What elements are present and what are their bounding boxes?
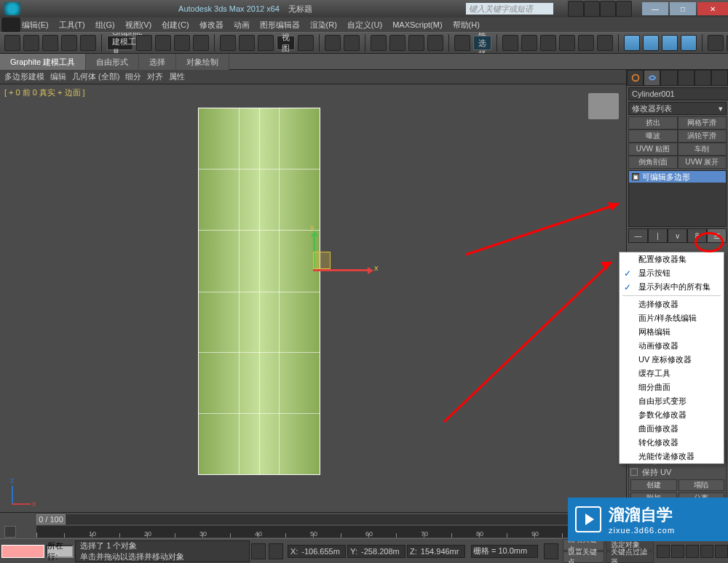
menu-surface[interactable]: 曲面修改器 [620, 422, 724, 436]
schematic-icon[interactable] [597, 35, 613, 51]
ribbon-tab-graphite[interactable]: Graphite 建模工具 [0, 54, 86, 70]
percent-snap-icon[interactable] [408, 35, 424, 51]
lock-icon[interactable] [251, 543, 266, 559]
menu-animation[interactable]: 动画 [234, 20, 250, 31]
btn-collapse[interactable]: 塌陷 [678, 479, 725, 491]
subtab-geometry[interactable]: 几何体 (全部) [72, 71, 119, 82]
menu-customize[interactable]: 自定义(U) [347, 20, 382, 31]
align-icon[interactable] [521, 35, 537, 51]
modifier-stack[interactable]: ▣可编辑多边形 [628, 170, 727, 227]
menu-edit[interactable]: 编辑(E) [22, 20, 49, 31]
manipulate-icon[interactable] [325, 35, 341, 51]
curve-editor-icon[interactable] [578, 35, 594, 51]
modify-tab-icon[interactable] [644, 70, 660, 86]
modifier-btn-wave[interactable]: 曝波 [628, 129, 678, 143]
menu-group[interactable]: 组(G) [95, 20, 115, 31]
timeline-start-icon[interactable] [4, 526, 16, 538]
set-key-button[interactable]: 设置关键点 [563, 551, 604, 563]
subtab-subdivide[interactable]: 细分 [125, 71, 141, 82]
star-icon[interactable] [600, 1, 616, 17]
layers-icon[interactable] [540, 35, 556, 51]
info-icon[interactable] [584, 1, 600, 17]
stack-configure-icon[interactable]: ☰ [707, 228, 727, 243]
menu-modifiers[interactable]: 修改器 [199, 20, 223, 31]
menu-maxscript[interactable]: MAXScript(M) [392, 20, 442, 29]
move-icon[interactable] [220, 35, 236, 51]
frame-ruler[interactable]: 0102030405060708090100 [36, 526, 590, 538]
help-icon[interactable] [568, 1, 584, 17]
scale-icon[interactable] [258, 35, 274, 51]
subtab-poly-model[interactable]: 多边形建模 [4, 71, 44, 82]
object-name-input[interactable] [628, 87, 728, 100]
ribbon-tab-freeform[interactable]: 自由形式 [86, 54, 139, 70]
prev-frame-icon[interactable] [671, 545, 684, 558]
coord-z-input[interactable]: 154.946mr [419, 547, 464, 556]
menu-patch-spline[interactable]: 面片/样条线编辑 [620, 311, 724, 325]
menu-configure-sets[interactable]: 配置修改器集 [620, 252, 724, 266]
subtab-align[interactable]: 对齐 [147, 71, 163, 82]
region-select-icon[interactable] [174, 35, 190, 51]
spinner-snap-icon[interactable] [427, 35, 443, 51]
ribbon-tab-select[interactable]: 选择 [139, 54, 176, 70]
utilities-tab-icon[interactable] [711, 70, 728, 86]
selected-object[interactable] [198, 108, 320, 475]
app-icon[interactable] [4, 2, 20, 15]
modifier-btn-turbosmooth[interactable]: 涡轮平滑 [678, 129, 727, 143]
next-frame-icon[interactable] [700, 545, 713, 558]
app-menu-icon[interactable] [1, 17, 20, 32]
named-selection-dropdown[interactable]: 创建选择集 [473, 36, 491, 50]
menu-help[interactable]: 帮助(H) [453, 20, 480, 31]
menu-tools[interactable]: 工具(T) [59, 20, 85, 31]
stack-pin-icon[interactable]: — [628, 228, 648, 243]
close-button[interactable]: ✕ [697, 2, 728, 15]
subtab-edit[interactable]: 编辑 [50, 71, 66, 82]
pivot-icon[interactable] [298, 35, 314, 51]
help-search-input[interactable]: 键入关键字或短语 [466, 3, 553, 15]
menu-create[interactable]: 创建(C) [162, 20, 189, 31]
ref-coord-dropdown[interactable]: 视图 [277, 36, 295, 50]
check-preserve-uv[interactable] [630, 468, 638, 476]
menu-mesh-editing[interactable]: 网格编辑 [620, 325, 724, 339]
menu-ffd[interactable]: 自由形式变形 [620, 394, 724, 408]
frame-slider[interactable]: 0 / 100 [36, 514, 590, 524]
menu-uv-modifiers[interactable]: UV 座标修改器 [620, 353, 724, 367]
angle-snap-icon[interactable] [389, 35, 405, 51]
hierarchy-tab-icon[interactable] [660, 70, 677, 86]
viewport-label[interactable]: [ + 0 前 0 真实 + 边面 ] [4, 87, 85, 98]
help2-icon[interactable] [616, 1, 632, 17]
modifier-btn-uvwunwrap[interactable]: UVW 展开 [678, 156, 727, 169]
stack-item-editable-poly[interactable]: ▣可编辑多边形 [629, 171, 726, 183]
motion-tab-icon[interactable] [678, 70, 695, 86]
viewcube[interactable] [588, 93, 619, 119]
script-listener-input[interactable] [1, 545, 44, 558]
menu-parametric[interactable]: 参数化修改器 [620, 408, 724, 422]
render-setup-icon[interactable] [643, 35, 659, 51]
modifier-list-dropdown[interactable]: 修改器列表▾ [628, 102, 727, 115]
unlink-icon[interactable] [61, 35, 77, 51]
isolate-icon[interactable] [269, 543, 283, 559]
render-frame-icon[interactable] [662, 35, 678, 51]
subtab-properties[interactable]: 属性 [169, 71, 185, 82]
menu-show-buttons[interactable]: ✓显示按钮 [620, 266, 724, 280]
modifier-btn-bevel[interactable]: 倒角剖面 [628, 156, 678, 169]
nsel-icon[interactable] [454, 35, 470, 51]
redo-icon[interactable] [23, 35, 39, 51]
menu-cache-tools[interactable]: 缓存工具 [620, 367, 724, 380]
material-editor-icon[interactable] [624, 35, 640, 51]
modifier-btn-extrude[interactable]: 挤出 [628, 116, 678, 129]
quick-render-icon[interactable] [681, 35, 697, 51]
maximize-button[interactable]: □ [670, 2, 696, 15]
stack-show-icon[interactable]: | [648, 228, 668, 243]
frame-thumb[interactable]: 0 / 100 [36, 514, 66, 524]
stack-unique-icon[interactable]: ∨ [668, 228, 687, 243]
goto-end-icon[interactable] [715, 545, 728, 558]
ribbon-tab-paint[interactable]: 对象绘制 [176, 54, 229, 70]
select-name-icon[interactable] [155, 35, 171, 51]
coord-x-input[interactable]: -106.655m [300, 547, 345, 556]
menu-animation-modifiers[interactable]: 动画修改器 [620, 339, 724, 353]
modifier-btn-lathe[interactable]: 车削 [678, 143, 727, 156]
stack-remove-icon[interactable]: 8 [687, 228, 707, 243]
menu-subdivision[interactable]: 细分曲面 [620, 380, 724, 394]
keyboard-icon[interactable] [344, 35, 360, 51]
undo-icon[interactable] [4, 35, 20, 51]
